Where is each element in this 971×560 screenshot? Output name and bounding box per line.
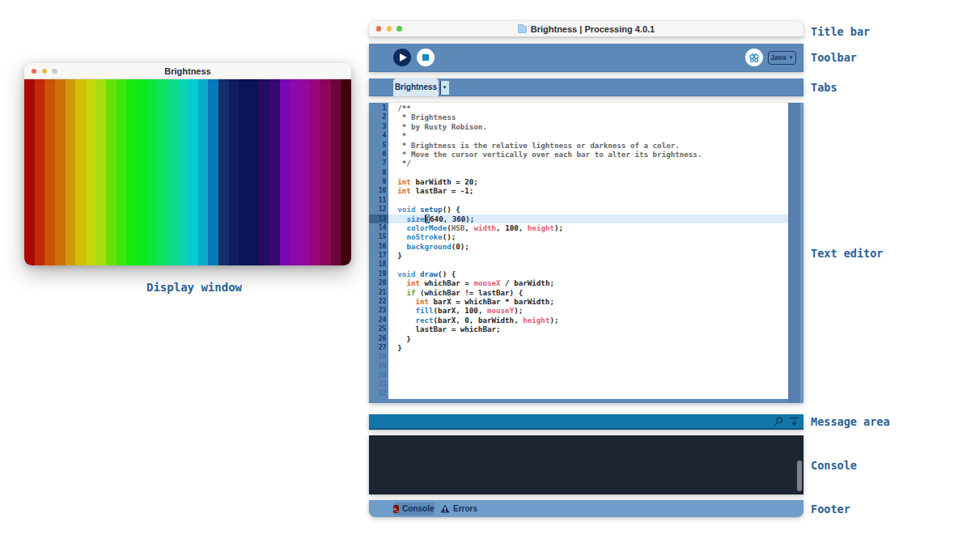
editor-gutter: 1234567891011121314151617181920212223242… bbox=[369, 103, 388, 403]
hue-bar bbox=[249, 79, 260, 265]
hue-bar bbox=[311, 79, 321, 265]
hue-bar bbox=[188, 79, 198, 265]
code-line: */ bbox=[397, 159, 788, 168]
line-number: 3 bbox=[370, 122, 386, 131]
message-area bbox=[369, 414, 804, 430]
hue-bar bbox=[229, 79, 240, 265]
hue-bar bbox=[167, 79, 178, 265]
editor-scrollbar[interactable] bbox=[788, 103, 804, 403]
annotation-tabs: Tabs bbox=[811, 81, 837, 94]
line-number: 6 bbox=[370, 150, 386, 159]
code-line: int lastBar = -1; bbox=[397, 186, 788, 195]
hue-bar bbox=[66, 79, 76, 265]
line-number: 31 bbox=[370, 380, 386, 388]
code-line: noStroke(); bbox=[397, 232, 788, 241]
code-line: background(0); bbox=[397, 242, 788, 251]
mode-selector-button[interactable]: Java ▼ bbox=[768, 51, 796, 66]
sketch-canvas bbox=[24, 79, 351, 265]
code-line: if (whichBar != lastBar) { bbox=[397, 288, 788, 297]
line-number: 4 bbox=[370, 131, 386, 140]
line-number: 29 bbox=[370, 362, 386, 371]
line-number: 21 bbox=[370, 288, 386, 297]
code-line: /** bbox=[397, 104, 788, 112]
tab-menu-button[interactable]: ▼ bbox=[440, 81, 449, 95]
errors-tab-button[interactable]: Errors bbox=[440, 503, 477, 516]
line-number: 9 bbox=[370, 177, 386, 186]
code-line: size(640, 360); bbox=[397, 214, 788, 223]
search-icon[interactable] bbox=[774, 417, 783, 426]
console-scrollbar-thumb[interactable] bbox=[797, 460, 802, 491]
code-line: } bbox=[397, 334, 788, 343]
hue-bar bbox=[280, 79, 290, 265]
editor-code-area[interactable]: /** * Brightness * by Rusty Robison. * *… bbox=[388, 103, 788, 399]
hue-bar bbox=[117, 79, 127, 265]
line-number: 15 bbox=[370, 232, 386, 241]
hue-bar bbox=[300, 79, 311, 265]
ide-window-title: Brightness | Processing 4.0.1 bbox=[531, 24, 655, 34]
code-line: } bbox=[397, 251, 788, 260]
code-line: colorMode(HSB, width, 100, height); bbox=[397, 223, 788, 232]
ide-tab-bar: Brightness ▼ bbox=[369, 78, 804, 96]
hue-bar bbox=[147, 79, 158, 265]
line-number: 10 bbox=[370, 186, 386, 195]
code-line: int whichBar = mouseX / barWidth; bbox=[397, 278, 788, 287]
errors-tab-label: Errors bbox=[453, 504, 477, 513]
code-line: * by Rusty Robison. bbox=[397, 122, 788, 131]
line-number: 28 bbox=[370, 352, 386, 361]
code-line: } bbox=[397, 343, 788, 352]
annotation-console: Console bbox=[811, 459, 857, 472]
hue-bar bbox=[177, 79, 188, 265]
hue-bar bbox=[24, 79, 35, 265]
code-line: rect(barX, 0, barWidth, height); bbox=[397, 316, 788, 325]
code-line bbox=[397, 196, 788, 205]
annotation-footer: Footer bbox=[811, 503, 850, 515]
code-line: int barWidth = 20; bbox=[397, 177, 788, 186]
hue-bar bbox=[239, 79, 249, 265]
code-line: * Brightness bbox=[397, 112, 788, 121]
display-window: Brightness bbox=[24, 63, 351, 265]
debug-button[interactable] bbox=[745, 49, 763, 66]
collapse-console-icon[interactable] bbox=[790, 417, 799, 426]
hue-bar bbox=[320, 79, 331, 265]
line-number: 1 bbox=[370, 104, 386, 112]
line-number: 26 bbox=[370, 334, 386, 343]
code-line: * Move the cursor vertically over each b… bbox=[397, 150, 788, 159]
code-line: * bbox=[397, 131, 788, 140]
display-window-caption: Display window bbox=[113, 281, 275, 294]
editor-scrollbar-thumb[interactable] bbox=[788, 103, 800, 403]
console-tab-button[interactable]: >_ Console bbox=[393, 503, 435, 516]
console-icon: >_ bbox=[393, 505, 400, 514]
line-number: 30 bbox=[370, 371, 386, 380]
mode-label: Java bbox=[771, 53, 787, 62]
code-line: * Brightness is the relative lightness o… bbox=[397, 141, 788, 150]
stop-button[interactable] bbox=[417, 49, 435, 66]
console-panel[interactable] bbox=[369, 435, 804, 495]
line-number: 23 bbox=[370, 306, 386, 315]
hue-bar bbox=[198, 79, 209, 265]
hue-bar bbox=[269, 79, 280, 265]
line-number: 12 bbox=[370, 205, 386, 214]
run-button[interactable] bbox=[393, 49, 411, 66]
line-number: 16 bbox=[370, 242, 386, 251]
line-number: 5 bbox=[370, 141, 386, 150]
code-line: void draw() { bbox=[397, 269, 788, 278]
code-line: int barX = whichBar * barWidth; bbox=[397, 297, 788, 306]
hue-bar bbox=[157, 79, 167, 265]
line-number: 14 bbox=[370, 223, 386, 232]
text-editor[interactable]: 1234567891011121314151617181920212223242… bbox=[369, 103, 804, 403]
ide-footer: >_ Console Errors bbox=[369, 500, 804, 517]
hue-bar bbox=[208, 79, 218, 265]
code-line: lastBar = whichBar; bbox=[397, 325, 788, 333]
code-line: void setup() { bbox=[397, 205, 788, 214]
hue-bar bbox=[86, 79, 96, 265]
play-icon bbox=[400, 53, 407, 62]
tab-brightness[interactable]: Brightness bbox=[393, 78, 439, 96]
line-number: 13 bbox=[370, 214, 386, 223]
hue-bar bbox=[259, 79, 269, 265]
hue-bar bbox=[137, 79, 147, 265]
annotation-title-bar: Title bar bbox=[811, 25, 870, 38]
hue-bar bbox=[35, 79, 45, 265]
hue-bar bbox=[341, 79, 351, 265]
butterfly-icon bbox=[745, 49, 763, 66]
hue-bar bbox=[95, 79, 106, 265]
